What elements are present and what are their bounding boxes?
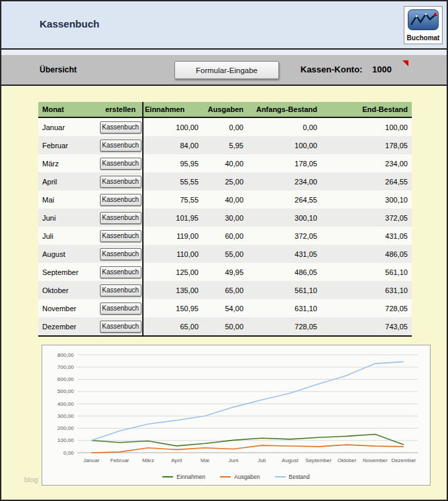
endbestand-value: 264,55	[321, 178, 412, 186]
month-label: August	[38, 250, 99, 258]
endbestand-value: 100,00	[321, 123, 412, 131]
svg-text:Oktober: Oktober	[337, 457, 357, 463]
column-header-einnahmen: Einnahmen	[142, 105, 203, 113]
endbestand-value: 743,05	[321, 323, 412, 331]
button-cell: Kassenbuch	[99, 284, 142, 296]
einnahmen-value: 135,00	[142, 286, 203, 294]
column-header-erstellen: erstellen	[99, 105, 142, 113]
kassenbuch-button[interactable]: Kassenbuch	[100, 266, 142, 278]
anfangsbestand-value: 631,10	[247, 304, 321, 313]
anfangsbestand-value: 728,05	[247, 323, 321, 331]
svg-text:800,00: 800,00	[58, 352, 74, 358]
button-cell: Kassenbuch	[99, 321, 142, 333]
anfangsbestand-value: 178,05	[247, 160, 321, 168]
svg-text:300,00: 300,00	[58, 413, 74, 419]
svg-text:0,00: 0,00	[63, 450, 74, 456]
table-row: DezemberKassenbuch65,0050,00728,05743,05	[38, 317, 412, 335]
anfangsbestand-value: 100,00	[247, 142, 321, 150]
kassenbuch-button[interactable]: Kassenbuch	[100, 248, 142, 260]
einnahmen-value: 125,00	[142, 268, 203, 276]
month-label: März	[38, 160, 99, 168]
anfangsbestand-value: 431,05	[247, 250, 321, 258]
ausgaben-value: 0,00	[203, 123, 247, 131]
kassenbuch-button[interactable]: Kassenbuch	[100, 194, 142, 206]
legend-label: Bestand	[289, 474, 310, 480]
ausgaben-value: 54,00	[203, 304, 247, 313]
anfangsbestand-value: 561,10	[247, 286, 321, 294]
button-cell: Kassenbuch	[99, 176, 142, 188]
page-title: Kassenbuch	[40, 18, 99, 30]
anfangsbestand-value: 300,10	[247, 214, 321, 222]
month-label: Januar	[38, 123, 99, 131]
svg-text:Januar: Januar	[83, 457, 100, 463]
kassenbuch-button[interactable]: Kassenbuch	[100, 212, 142, 224]
button-cell: Kassenbuch	[99, 266, 142, 278]
kassenbuch-table: Monat erstellen Einnahmen Ausgaben Anfan…	[38, 102, 412, 337]
kassenbuch-button[interactable]: Kassenbuch	[100, 284, 142, 296]
einnahmen-value: 65,00	[142, 323, 203, 331]
legend-item: Einnahmen	[162, 474, 205, 480]
kassenbuch-app: Kassenbuch Buchomat	[0, 0, 448, 501]
month-label: Dezember	[38, 323, 99, 331]
month-label: Oktober	[38, 286, 99, 294]
table-row: NovemberKassenbuch150,9554,00631,10728,0…	[38, 299, 412, 317]
einnahmen-value: 75,55	[142, 196, 203, 204]
anfangsbestand-value: 486,05	[247, 268, 321, 276]
chart-panel: 0,00100,00200,00300,00400,00500,00600,00…	[42, 345, 431, 486]
svg-text:Februar: Februar	[110, 457, 129, 463]
section-label: Übersicht	[40, 65, 76, 74]
einnahmen-value: 84,00	[142, 142, 203, 150]
table-row: MaiKassenbuch75,5540,00264,55300,10	[38, 190, 412, 209]
button-cell: Kassenbuch	[99, 302, 142, 315]
legend-item: Ausgaben	[220, 474, 260, 480]
table-row: FebruarKassenbuch84,005,95100,00178,05	[38, 136, 412, 154]
month-label: November	[38, 304, 99, 313]
anfangsbestand-value: 264,55	[247, 196, 321, 204]
chart-plot: 0,00100,00200,00300,00400,00500,00600,00…	[46, 349, 426, 471]
einnahmen-value: 150,95	[142, 304, 203, 313]
column-header-monat: Monat	[38, 105, 99, 113]
svg-text:August: August	[282, 457, 299, 463]
table-row: JuniKassenbuch101,9530,00300,10372,05	[38, 209, 412, 227]
einnahmen-value: 95,95	[142, 160, 203, 168]
svg-text:November: November	[363, 457, 388, 463]
formular-eingabe-button[interactable]: Formular-Eingabe	[174, 61, 279, 79]
einnahmen-value: 119,00	[142, 232, 203, 240]
table-header: Monat erstellen Einnahmen Ausgaben Anfan…	[38, 102, 412, 118]
ausgaben-value: 55,00	[203, 250, 247, 258]
column-header-ausgaben: Ausgaben	[203, 105, 247, 113]
legend-item: Bestand	[275, 474, 310, 480]
endbestand-value: 178,05	[321, 142, 412, 150]
ausgaben-value: 50,00	[203, 323, 247, 331]
button-cell: Kassenbuch	[99, 230, 142, 242]
svg-text:April: April	[171, 457, 182, 463]
ausgaben-value: 60,00	[203, 232, 247, 240]
svg-text:März: März	[142, 457, 154, 463]
table-row: OktoberKassenbuch135,0065,00561,10631,10	[38, 281, 412, 299]
svg-text:Juni: Juni	[228, 457, 238, 463]
kassenbuch-button[interactable]: Kassenbuch	[100, 230, 142, 242]
button-cell: Kassenbuch	[99, 194, 142, 206]
kassenbuch-button[interactable]: Kassenbuch	[100, 121, 142, 133]
table-row: JanuarKassenbuch100,000,000,00100,00	[38, 118, 412, 136]
button-cell: Kassenbuch	[99, 121, 142, 133]
kassenbuch-button[interactable]: Kassenbuch	[100, 176, 142, 188]
table-body: JanuarKassenbuch100,000,000,00100,00Febr…	[38, 118, 412, 335]
table-row: MärzKassenbuch95,9540,00178,05234,00	[38, 154, 412, 172]
svg-text:200,00: 200,00	[58, 425, 74, 431]
month-label: Juni	[38, 214, 99, 222]
header: Kassenbuch Buchomat	[1, 1, 447, 48]
button-cell: Kassenbuch	[99, 248, 142, 260]
endbestand-value: 300,10	[321, 196, 412, 204]
watermark: blog	[24, 476, 38, 484]
toolbar: Übersicht Formular-Eingabe Kassen-Konto:…	[1, 55, 447, 85]
legend-line-icon	[162, 476, 173, 478]
button-cell: Kassenbuch	[99, 158, 142, 170]
kassenbuch-button[interactable]: Kassenbuch	[100, 321, 142, 333]
kassenbuch-button[interactable]: Kassenbuch	[100, 140, 142, 152]
kassenbuch-button[interactable]: Kassenbuch	[100, 302, 142, 315]
chart-svg: 0,00100,00200,00300,00400,00500,00600,00…	[46, 349, 426, 469]
einnahmen-value: 110,00	[142, 250, 203, 258]
buchomat-logo: Buchomat	[404, 6, 443, 44]
kassenbuch-button[interactable]: Kassenbuch	[100, 158, 142, 170]
